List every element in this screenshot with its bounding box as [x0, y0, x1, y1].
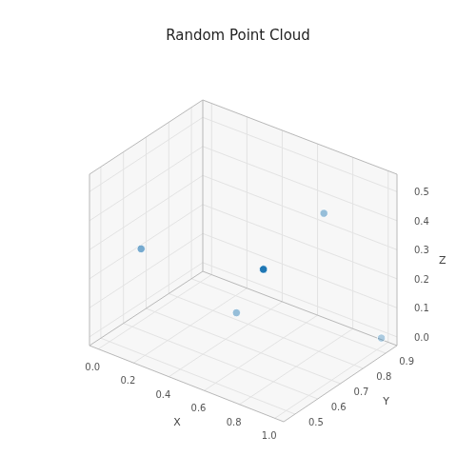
- scatter-point: [259, 266, 267, 273]
- svg-text:0.5: 0.5: [308, 417, 324, 427]
- scatter-point: [320, 209, 327, 217]
- svg-text:0.2: 0.2: [120, 375, 135, 386]
- svg-text:0.9: 0.9: [399, 356, 414, 367]
- svg-text:0.6: 0.6: [331, 402, 347, 412]
- svg-text:0.7: 0.7: [354, 387, 369, 397]
- chart-3d-scene: 0.00.20.40.60.81.00.50.60.70.80.90.00.10…: [0, 0, 476, 476]
- svg-text:0.8: 0.8: [376, 371, 391, 382]
- svg-text:0.1: 0.1: [414, 303, 429, 313]
- z-axis-label: Z: [439, 254, 446, 267]
- svg-text:0.8: 0.8: [227, 417, 242, 427]
- svg-text:0.4: 0.4: [156, 389, 171, 400]
- scatter-point: [377, 334, 385, 342]
- svg-text:0.5: 0.5: [414, 187, 429, 197]
- svg-text:0.0: 0.0: [85, 362, 100, 372]
- scatter-point: [232, 308, 240, 316]
- x-axis-label: X: [173, 416, 181, 428]
- svg-text:0.0: 0.0: [414, 332, 429, 343]
- svg-text:0.6: 0.6: [191, 403, 207, 413]
- svg-text:0.2: 0.2: [414, 274, 429, 285]
- svg-text:0.3: 0.3: [414, 245, 429, 255]
- chart-figure: Random Point Cloud 0.00.20.40.60.81.00.5…: [0, 0, 476, 476]
- svg-text:0.4: 0.4: [414, 216, 429, 227]
- scatter-point: [137, 245, 145, 252]
- y-axis-label: Y: [382, 395, 389, 407]
- svg-text:1.0: 1.0: [262, 430, 277, 441]
